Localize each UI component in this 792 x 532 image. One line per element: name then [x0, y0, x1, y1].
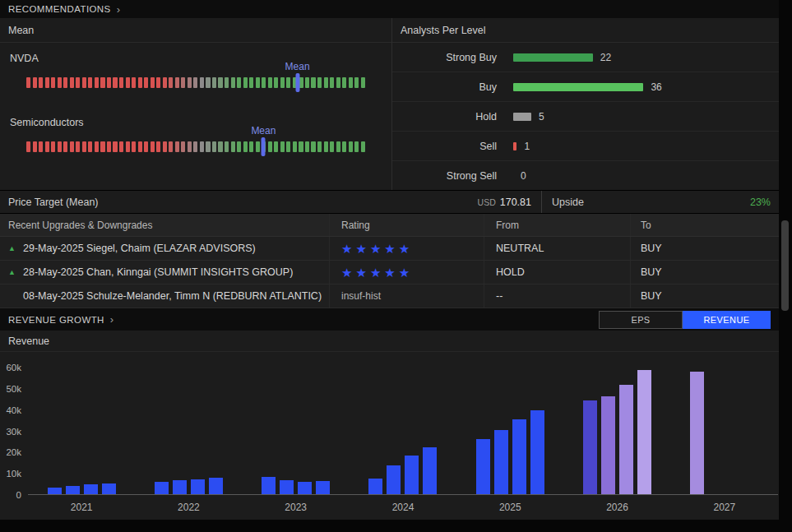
analysts-level-value: 36: [651, 81, 661, 93]
revenue-bar[interactable]: [423, 447, 437, 494]
revenue-bar[interactable]: [494, 430, 508, 494]
revenue-bar[interactable]: [405, 456, 419, 494]
eps-button[interactable]: EPS: [599, 311, 683, 329]
upside-group: Upside 23%: [552, 197, 771, 208]
distribution-segment: [249, 141, 253, 152]
main-content: RECOMMENDATIONS › Mean NVDA Mean Semicon…: [0, 0, 779, 532]
revenue-bar[interactable]: [102, 483, 116, 494]
distribution-segment: [218, 77, 222, 88]
revenue-button[interactable]: REVENUE: [683, 311, 771, 329]
distribution-segment: [100, 77, 104, 88]
distribution-segment: [132, 141, 136, 152]
table-row[interactable]: ▲28-May-2025 Chan, Kinngai (SUMMIT INSIG…: [0, 261, 779, 285]
revenue-bar[interactable]: [690, 372, 704, 494]
bar-group: [28, 368, 135, 494]
revenue-growth-section-header[interactable]: REVENUE GROWTH › EPS REVENUE: [0, 308, 779, 331]
distribution-segment: [286, 141, 290, 152]
rating-cell: ★★★★★: [329, 261, 484, 284]
distribution-segment: [169, 141, 173, 152]
distribution-segment: [95, 141, 99, 152]
chevron-right-icon: ›: [110, 313, 113, 326]
distribution-segment: [330, 141, 334, 152]
revenue-bar[interactable]: [48, 488, 62, 494]
revenue-bar[interactable]: [66, 486, 80, 494]
rating-stars: ★★★★★: [341, 243, 413, 255]
upside-value: 23%: [750, 197, 771, 208]
price-target-row: Price Target (Mean) USD 170.81 Upside 23…: [0, 191, 779, 214]
x-tick-label: 2024: [350, 502, 456, 513]
price-target-value: 170.81: [500, 197, 531, 208]
distribution-segment: [305, 77, 309, 88]
distribution-segment: [243, 141, 248, 152]
analyst-cell: ▲29-May-2025 Siegel, Chaim (ELAZAR ADVIS…: [0, 237, 329, 260]
mean-panel-title: Mean: [0, 18, 391, 43]
analysts-level-bar: [513, 83, 643, 91]
distribution-segment: [349, 77, 353, 88]
distribution-segment: [45, 77, 49, 88]
distribution-segment: [342, 77, 346, 88]
distribution-segment: [231, 77, 235, 88]
vertical-divider: [541, 191, 542, 213]
distribution-segment: [225, 141, 229, 152]
revenue-bar[interactable]: [155, 482, 169, 494]
distribution-segment: [262, 77, 266, 88]
recommendations-section-header[interactable]: RECOMMENDATIONS ›: [0, 0, 779, 18]
distribution-segment: [163, 77, 167, 88]
distribution-segment: [26, 141, 30, 152]
revenue-bar[interactable]: [530, 410, 544, 494]
revenue-bar[interactable]: [262, 477, 276, 494]
revenue-bar[interactable]: [583, 400, 597, 494]
revenue-bar[interactable]: [280, 480, 294, 494]
distribution-segment: [200, 77, 204, 88]
distribution-segment: [206, 77, 210, 88]
distribution-segment: [349, 141, 353, 152]
scrollbar-thumb[interactable]: [781, 220, 789, 311]
distribution-segment: [212, 77, 216, 88]
distribution-segment: [113, 141, 117, 152]
analysts-level-label: Strong Sell: [392, 170, 497, 182]
distribution-segment: [354, 77, 359, 88]
distribution-segment: [299, 77, 303, 88]
analyst-name: 08-May-2025 Schulze-Melander, Timm N (RE…: [23, 290, 322, 302]
distribution-segment: [82, 141, 86, 152]
distribution-segment: [119, 77, 123, 88]
distribution-segment: [361, 141, 365, 152]
revenue-bar[interactable]: [387, 465, 401, 494]
analysts-level-value: 0: [521, 170, 526, 182]
distribution-segment: [163, 141, 167, 152]
distribution-segment: [33, 141, 37, 152]
distribution-segment: [95, 77, 99, 88]
distribution-segment: [175, 77, 179, 88]
revenue-bar[interactable]: [298, 482, 312, 494]
distribution-segment: [243, 77, 248, 88]
revenue-bar[interactable]: [619, 385, 633, 494]
table-row[interactable]: 08-May-2025 Schulze-Melander, Timm N (RE…: [0, 285, 779, 308]
distribution-segment: [330, 77, 334, 88]
upgrades-table: Recent Upgrades & Downgrades Rating From…: [0, 214, 779, 308]
revenue-bar[interactable]: [512, 419, 526, 494]
distribution-row: NVDA Mean: [0, 53, 391, 102]
revenue-bar[interactable]: [191, 479, 205, 494]
revenue-bar[interactable]: [476, 439, 490, 494]
distribution-segment: [354, 141, 359, 152]
distribution-wrap: Mean: [26, 128, 365, 166]
revenue-bar[interactable]: [601, 396, 615, 494]
y-tick-label: 10k: [6, 469, 21, 479]
header-from: From: [484, 214, 630, 236]
bar-group: [563, 368, 670, 494]
distribution-segment: [181, 141, 185, 152]
revenue-bar[interactable]: [209, 478, 223, 494]
table-row[interactable]: ▲29-May-2025 Siegel, Chaim (ELAZAR ADVIS…: [0, 237, 779, 261]
x-tick-label: 2025: [456, 502, 563, 513]
distribution-segment: [336, 77, 340, 88]
revenue-bar[interactable]: [368, 479, 382, 494]
header-to: To: [630, 214, 779, 236]
scrollbar-track[interactable]: [779, 0, 792, 532]
revenue-bar[interactable]: [84, 484, 98, 494]
distribution-bar: [26, 141, 365, 152]
revenue-bar[interactable]: [637, 370, 651, 494]
revenue-bar[interactable]: [316, 481, 330, 494]
distribution-segment: [88, 141, 92, 152]
revenue-bar[interactable]: [173, 480, 187, 494]
distribution-segment: [119, 141, 123, 152]
